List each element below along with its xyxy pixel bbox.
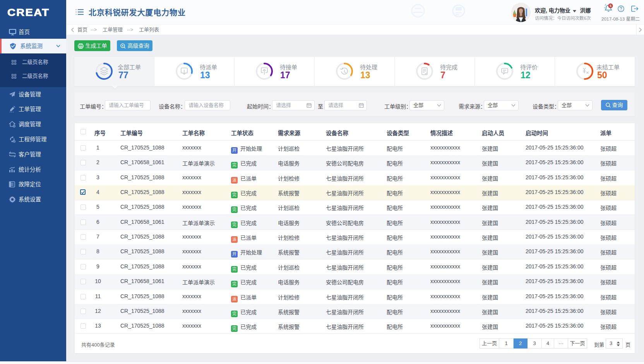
svg-text:5: 5 — [610, 4, 611, 8]
